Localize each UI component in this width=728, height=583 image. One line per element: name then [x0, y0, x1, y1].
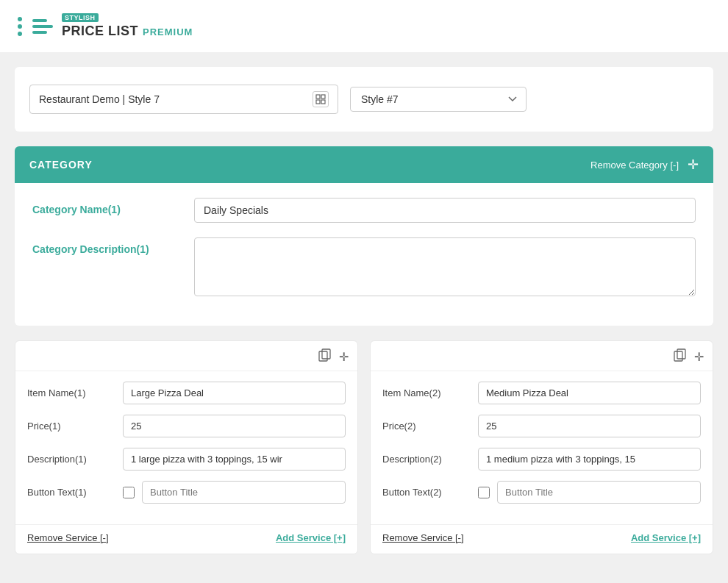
category-name-input[interactable] — [194, 198, 696, 223]
service-card-1: ✛ Item Name(1) Price(1) Description(1) B… — [15, 340, 358, 554]
style-selector[interactable]: Style #7 Style #1 Style #2 Style #3 Styl… — [350, 87, 527, 112]
demo-selector-text: Restaurant Demo | Style 7 — [39, 93, 160, 105]
service-2-btn-label: Button Text(2) — [382, 487, 478, 498]
category-section: CATEGORY Remove Category [-] ✛ Category … — [15, 146, 713, 326]
service-2-btn-row: Button Text(2) — [382, 481, 701, 504]
category-description-input[interactable] — [194, 237, 696, 296]
category-body: Category Name(1) Category Description(1) — [15, 183, 713, 326]
category-header-title: CATEGORY — [29, 159, 93, 171]
add-service-1-button[interactable]: Add Service [+] — [276, 532, 346, 543]
svg-rect-5 — [322, 349, 330, 359]
service-card-2-footer: Remove Service [-] Add Service [+] — [371, 524, 713, 554]
demo-selector[interactable]: Restaurant Demo | Style 7 — [29, 85, 338, 114]
logo-text: STYLISH PRICE LIST PREMIUM — [62, 13, 193, 39]
copy-icon-1[interactable] — [318, 348, 332, 365]
service-2-desc-row: Description(2) — [382, 448, 701, 471]
service-1-name-input[interactable] — [123, 382, 346, 404]
demo-selector-icon — [313, 91, 329, 107]
svg-rect-7 — [677, 349, 685, 359]
logo-title-main: PRICE LIST — [62, 24, 138, 39]
service-1-price-label: Price(1) — [27, 421, 123, 432]
svg-rect-2 — [316, 100, 320, 104]
service-1-btn-row: Button Text(1) — [27, 481, 346, 504]
service-2-name-input[interactable] — [478, 382, 701, 404]
service-card-1-toolbar: ✛ — [15, 341, 357, 371]
main-content: Restaurant Demo | Style 7 Style #7 Style… — [0, 52, 728, 583]
service-1-desc-input[interactable] — [123, 448, 346, 471]
service-1-desc-label: Description(1) — [27, 454, 123, 465]
service-2-price-label: Price(2) — [382, 421, 478, 432]
remove-service-1-button[interactable]: Remove Service [-] — [27, 532, 109, 543]
service-card-1-body: Item Name(1) Price(1) Description(1) But… — [15, 371, 357, 524]
service-1-price-row: Price(1) — [27, 415, 346, 437]
category-description-row: Category Description(1) — [32, 237, 696, 296]
svg-rect-1 — [321, 95, 325, 99]
copy-icon-2[interactable] — [674, 348, 687, 365]
service-1-name-label: Item Name(1) — [27, 387, 123, 398]
drag-icon-1[interactable]: ✛ — [339, 350, 349, 364]
svg-rect-4 — [319, 351, 327, 361]
service-2-btn-checkbox[interactable] — [478, 487, 490, 498]
service-1-btn-checkbox[interactable] — [123, 487, 135, 498]
service-card-2-body: Item Name(2) Price(2) Description(2) But… — [371, 371, 713, 524]
selector-row: Restaurant Demo | Style 7 Style #7 Style… — [15, 67, 713, 132]
service-2-price-input[interactable] — [478, 415, 701, 437]
logo-dots-icon — [18, 17, 22, 36]
service-1-btn-title-input[interactable] — [142, 481, 346, 504]
service-2-name-row: Item Name(2) — [382, 382, 701, 404]
service-card-2-toolbar: ✛ — [371, 341, 713, 371]
service-1-name-row: Item Name(1) — [27, 382, 346, 404]
category-header-actions: Remove Category [-] ✛ — [590, 157, 699, 173]
service-1-btn-inner — [123, 481, 346, 504]
drag-icon-2[interactable]: ✛ — [694, 350, 704, 364]
category-header: CATEGORY Remove Category [-] ✛ — [15, 146, 713, 183]
category-name-row: Category Name(1) — [32, 198, 696, 223]
service-2-desc-input[interactable] — [478, 448, 701, 471]
remove-category-button[interactable]: Remove Category [-] — [590, 160, 679, 171]
service-2-price-row: Price(2) — [382, 415, 701, 437]
service-card-1-footer: Remove Service [-] Add Service [+] — [15, 524, 357, 554]
service-2-btn-inner — [478, 481, 701, 504]
logo-title-sub: PREMIUM — [143, 26, 193, 37]
app-header: STYLISH PRICE LIST PREMIUM — [0, 0, 728, 52]
services-row: ✛ Item Name(1) Price(1) Description(1) B… — [15, 340, 713, 554]
logo-stylish-label: STYLISH — [62, 13, 99, 22]
remove-service-2-button[interactable]: Remove Service [-] — [382, 532, 464, 543]
service-1-btn-label: Button Text(1) — [27, 487, 123, 498]
category-drag-icon[interactable]: ✛ — [688, 157, 699, 173]
category-description-label: Category Description(1) — [32, 237, 194, 255]
svg-rect-0 — [316, 95, 320, 99]
service-2-desc-label: Description(2) — [382, 454, 478, 465]
service-1-price-input[interactable] — [123, 415, 346, 437]
service-1-desc-row: Description(1) — [27, 448, 346, 471]
add-service-2-button[interactable]: Add Service [+] — [631, 532, 701, 543]
service-card-2: ✛ Item Name(2) Price(2) Description(2) B… — [370, 340, 713, 554]
svg-rect-3 — [321, 100, 325, 104]
category-name-label: Category Name(1) — [32, 198, 194, 215]
service-2-name-label: Item Name(2) — [382, 387, 478, 398]
svg-rect-6 — [674, 351, 682, 361]
service-2-btn-title-input[interactable] — [497, 481, 701, 504]
logo-lines-icon — [32, 19, 53, 34]
